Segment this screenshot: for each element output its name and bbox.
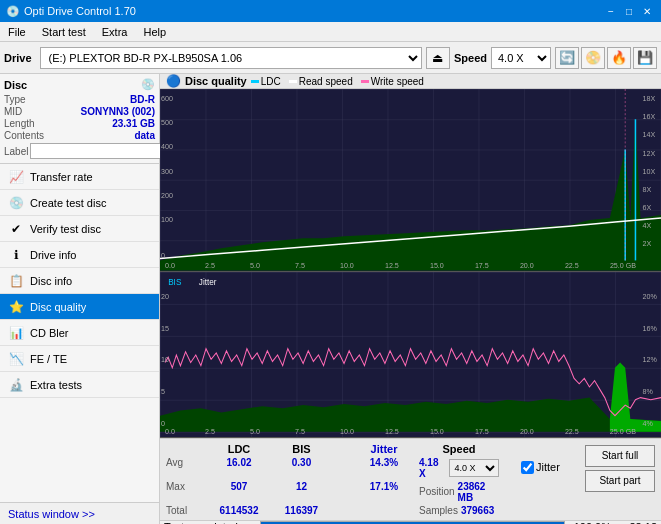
disc-panel-icon: 💿: [141, 78, 155, 91]
nav-extra-tests[interactable]: 🔬 Extra tests: [0, 372, 159, 398]
app-icon: 💿: [6, 5, 20, 18]
minimize-button[interactable]: −: [603, 4, 619, 18]
svg-text:400: 400: [161, 144, 173, 152]
svg-text:22.5: 22.5: [565, 263, 579, 271]
stats-table: LDC BIS Jitter Speed Avg 16.02 0.30 14.3…: [166, 443, 517, 516]
disc-mid-row: MID SONYNN3 (002): [4, 106, 155, 117]
svg-text:12.5: 12.5: [385, 263, 399, 271]
progressbar-container: Test completed 100.0% 33:13: [160, 520, 661, 525]
menu-help[interactable]: Help: [135, 24, 174, 40]
start-full-button[interactable]: Start full: [585, 445, 655, 467]
col-bis: BIS: [274, 443, 329, 455]
svg-text:300: 300: [161, 168, 173, 176]
svg-text:15.0: 15.0: [430, 263, 444, 271]
writespeed-color-dot: [361, 80, 369, 83]
nav-transfer-rate-label: Transfer rate: [30, 171, 93, 183]
menu-starttest[interactable]: Start test: [34, 24, 94, 40]
svg-text:15.0: 15.0: [430, 426, 444, 435]
disc-icon[interactable]: 📀: [581, 47, 605, 69]
svg-text:20.0: 20.0: [520, 426, 534, 435]
menu-file[interactable]: File: [0, 24, 34, 40]
disc-fields: Type BD-R MID SONYNN3 (002) Length 23.31…: [4, 94, 155, 159]
jitter-checkbox-container: Jitter: [521, 443, 581, 516]
stats-avg-row: Avg 16.02 0.30 14.3% 4.18 X 4.0 X: [166, 457, 517, 479]
nav-create-test-disc[interactable]: 💿 Create test disc: [0, 190, 159, 216]
disc-contents-row: Contents data: [4, 130, 155, 141]
nav-create-test-disc-label: Create test disc: [30, 197, 106, 209]
menu-extra[interactable]: Extra: [94, 24, 136, 40]
col-ldc: LDC: [204, 443, 274, 455]
speed-select-stats[interactable]: 4.0 X: [449, 459, 499, 477]
svg-text:600: 600: [161, 95, 173, 103]
nav-cd-bler[interactable]: 📊 CD Bler: [0, 320, 159, 346]
upper-chart: 0.0 2.5 5.0 7.5 10.0 12.5 15.0 17.5 20.0…: [160, 89, 661, 272]
avg-speed: 4.18 X: [419, 457, 446, 479]
cd-bler-icon: 📊: [8, 325, 24, 341]
nav-drive-info-label: Drive info: [30, 249, 76, 261]
jitter-checkbox[interactable]: [521, 461, 534, 474]
verify-test-disc-icon: ✔: [8, 221, 24, 237]
burn-icon[interactable]: 🔥: [607, 47, 631, 69]
toolbar-icons: 🔄 📀 🔥 💾: [555, 47, 657, 69]
nav-disc-quality[interactable]: ⭐ Disc quality: [0, 294, 159, 320]
drivebar: Drive (E:) PLEXTOR BD-R PX-LB950SA 1.06 …: [0, 42, 661, 74]
disc-type-row: Type BD-R: [4, 94, 155, 105]
titlebar-controls: − □ ✕: [603, 4, 655, 18]
stats-buttons: Start full Start part: [585, 443, 655, 516]
svg-text:100: 100: [161, 216, 173, 224]
jitter-label: Jitter: [536, 461, 560, 473]
speed-select[interactable]: 4.0 X 1.0 X 2.0 X 6.0 X 8.0 X: [491, 47, 551, 69]
time-display: 33:13: [617, 521, 657, 525]
right-panel: 🔵 Disc quality LDC Read speed Write spee…: [160, 74, 661, 524]
maximize-button[interactable]: □: [621, 4, 637, 18]
nav-cd-bler-label: CD Bler: [30, 327, 69, 339]
titlebar: 💿 Opti Drive Control 1.70 − □ ✕: [0, 0, 661, 22]
app-title: Opti Drive Control 1.70: [24, 5, 136, 17]
col-jitter-header: Jitter: [349, 443, 419, 455]
stats-total-row: Total 6114532 116397 Samples 379663: [166, 505, 517, 516]
max-position: 23862 MB: [458, 481, 499, 503]
jitter-checkbox-label[interactable]: Jitter: [521, 461, 560, 474]
close-button[interactable]: ✕: [639, 4, 655, 18]
nav-disc-info[interactable]: 📋 Disc info: [0, 268, 159, 294]
disc-length-row: Length 23.31 GB: [4, 118, 155, 129]
nav-verify-test-disc[interactable]: ✔ Verify test disc: [0, 216, 159, 242]
create-test-disc-icon: 💿: [8, 195, 24, 211]
start-part-button[interactable]: Start part: [585, 470, 655, 492]
speed-label: Speed: [454, 52, 487, 64]
refresh-icon[interactable]: 🔄: [555, 47, 579, 69]
lower-chart: BIS Jitter 0.0 2.5 5.0 7.5 10.0 12.5 15.…: [160, 272, 661, 438]
legend-writespeed: Write speed: [361, 76, 424, 87]
nav-drive-info[interactable]: ℹ Drive info: [0, 242, 159, 268]
svg-text:4%: 4%: [643, 419, 654, 428]
svg-text:22.5: 22.5: [565, 426, 579, 435]
svg-text:7.5: 7.5: [295, 263, 305, 271]
legend-ldc-label: LDC: [261, 76, 281, 87]
svg-text:15: 15: [161, 323, 169, 332]
eject-button[interactable]: ⏏: [426, 47, 450, 69]
position-container: Position 23862 MB: [419, 481, 499, 503]
nav-fe-te[interactable]: 📉 FE / TE: [0, 346, 159, 372]
disc-info-icon: 📋: [8, 273, 24, 289]
col-empty: [166, 443, 204, 455]
svg-text:200: 200: [161, 192, 173, 200]
svg-text:10X: 10X: [643, 168, 656, 176]
disc-label-input[interactable]: [30, 143, 163, 159]
drive-info-icon: ℹ: [8, 247, 24, 263]
stats-max-row: Max 507 12 17.1% Position 23862 MB: [166, 481, 517, 503]
svg-text:25.0 GB: 25.0 GB: [610, 263, 636, 271]
nav-transfer-rate[interactable]: 📈 Transfer rate: [0, 164, 159, 190]
drive-select[interactable]: (E:) PLEXTOR BD-R PX-LB950SA 1.06: [40, 47, 422, 69]
col-spacer: [329, 443, 349, 455]
svg-text:Jitter: Jitter: [199, 276, 217, 286]
svg-text:2.5: 2.5: [205, 426, 215, 435]
save-icon[interactable]: 💾: [633, 47, 657, 69]
samples-label: Samples: [419, 505, 458, 516]
chart-title: Disc quality: [185, 75, 247, 87]
nav-disc-quality-label: Disc quality: [30, 301, 86, 313]
svg-text:16X: 16X: [643, 113, 656, 121]
status-window-link[interactable]: Status window >>: [0, 502, 159, 524]
upper-chart-svg: 0.0 2.5 5.0 7.5 10.0 12.5 15.0 17.5 20.0…: [160, 89, 661, 271]
disc-contents-label: Contents: [4, 130, 44, 141]
sidebar: Disc 💿 Type BD-R MID SONYNN3 (002) Lengt…: [0, 74, 160, 524]
